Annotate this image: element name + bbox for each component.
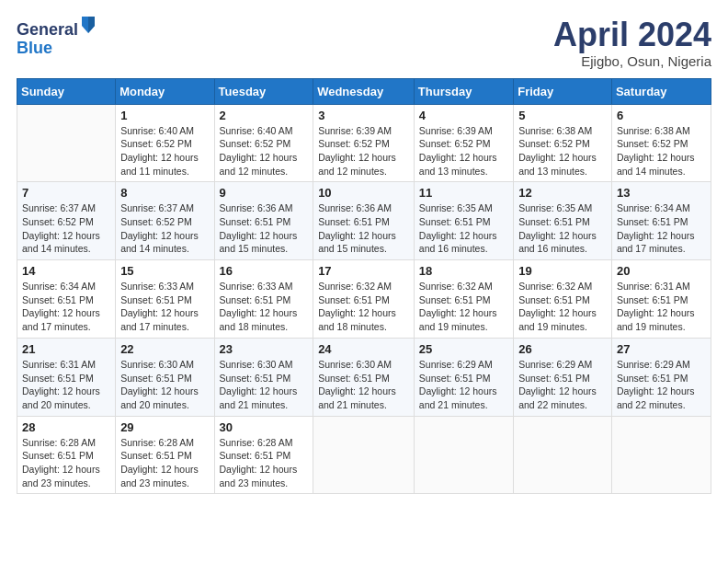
day-number: 6 [617,109,706,122]
table-row: 22Sunrise: 6:30 AMSunset: 6:51 PMDayligh… [116,338,214,416]
month-title: April 2024 [553,17,711,53]
day-info: Sunrise: 6:33 AMSunset: 6:51 PMDaylight:… [120,280,209,334]
table-row [313,416,415,494]
day-info: Sunrise: 6:36 AMSunset: 6:51 PMDaylight:… [220,201,309,256]
table-row: 8Sunrise: 6:37 AMSunset: 6:52 PMDaylight… [116,182,214,260]
day-number: 21 [22,342,110,356]
day-number: 4 [419,109,508,122]
col-saturday: Saturday [611,78,711,104]
table-row: 11Sunrise: 6:35 AMSunset: 6:51 PMDayligh… [414,182,513,260]
col-monday: Monday [116,78,214,104]
col-friday: Friday [514,78,612,104]
day-info: Sunrise: 6:32 AMSunset: 6:51 PMDaylight:… [318,280,409,334]
day-info: Sunrise: 6:32 AMSunset: 6:51 PMDaylight:… [419,280,508,334]
table-row: 17Sunrise: 6:32 AMSunset: 6:51 PMDayligh… [313,260,415,339]
day-number: 7 [22,186,110,200]
day-info: Sunrise: 6:33 AMSunset: 6:51 PMDaylight:… [220,280,309,334]
table-row: 29Sunrise: 6:28 AMSunset: 6:51 PMDayligh… [116,416,214,494]
table-row: 2Sunrise: 6:40 AMSunset: 6:52 PMDaylight… [214,104,313,182]
table-row: 14Sunrise: 6:34 AMSunset: 6:51 PMDayligh… [17,260,116,339]
day-number: 16 [220,264,309,278]
col-thursday: Thursday [414,78,513,104]
day-number: 14 [22,264,110,278]
calendar-week-row: 14Sunrise: 6:34 AMSunset: 6:51 PMDayligh… [17,260,711,339]
day-number: 13 [617,186,706,200]
table-row: 13Sunrise: 6:34 AMSunset: 6:51 PMDayligh… [611,182,711,260]
svg-marker-1 [88,17,95,33]
day-info: Sunrise: 6:28 AMSunset: 6:51 PMDaylight:… [22,436,110,490]
day-info: Sunrise: 6:37 AMSunset: 6:52 PMDaylight:… [120,201,209,256]
day-number: 19 [518,264,607,278]
day-number: 3 [318,109,409,122]
table-row: 24Sunrise: 6:30 AMSunset: 6:51 PMDayligh… [313,338,415,416]
logo-general: General [17,20,78,39]
table-row: 10Sunrise: 6:36 AMSunset: 6:51 PMDayligh… [313,182,415,260]
table-row: 5Sunrise: 6:38 AMSunset: 6:52 PMDaylight… [514,104,612,182]
table-row: 23Sunrise: 6:30 AMSunset: 6:51 PMDayligh… [214,338,313,416]
table-row [514,416,612,494]
day-number: 30 [220,420,309,434]
calendar-week-row: 1Sunrise: 6:40 AMSunset: 6:52 PMDaylight… [17,104,711,182]
logo-text: General Blue [17,17,97,58]
day-info: Sunrise: 6:31 AMSunset: 6:51 PMDaylight:… [22,358,110,412]
day-number: 29 [120,420,209,434]
day-info: Sunrise: 6:28 AMSunset: 6:51 PMDaylight:… [120,436,209,490]
calendar-week-row: 28Sunrise: 6:28 AMSunset: 6:51 PMDayligh… [17,416,711,494]
table-row: 1Sunrise: 6:40 AMSunset: 6:52 PMDaylight… [116,104,214,182]
day-info: Sunrise: 6:31 AMSunset: 6:51 PMDaylight:… [617,280,706,334]
day-info: Sunrise: 6:34 AMSunset: 6:51 PMDaylight:… [22,280,110,334]
day-number: 20 [617,264,706,278]
col-sunday: Sunday [17,78,116,104]
table-row: 4Sunrise: 6:39 AMSunset: 6:52 PMDaylight… [414,104,513,182]
day-info: Sunrise: 6:29 AMSunset: 6:51 PMDaylight:… [617,358,706,412]
day-info: Sunrise: 6:36 AMSunset: 6:51 PMDaylight:… [318,201,409,256]
day-number: 17 [318,264,409,278]
day-info: Sunrise: 6:35 AMSunset: 6:51 PMDaylight:… [419,201,508,256]
title-block: April 2024 Ejigbo, Osun, Nigeria [553,17,711,69]
day-number: 11 [419,186,508,200]
table-row: 16Sunrise: 6:33 AMSunset: 6:51 PMDayligh… [214,260,313,339]
table-row: 3Sunrise: 6:39 AMSunset: 6:52 PMDaylight… [313,104,415,182]
day-info: Sunrise: 6:32 AMSunset: 6:51 PMDaylight:… [518,280,607,334]
table-row: 7Sunrise: 6:37 AMSunset: 6:52 PMDaylight… [17,182,116,260]
col-wednesday: Wednesday [313,78,415,104]
day-number: 24 [318,342,409,356]
table-row: 15Sunrise: 6:33 AMSunset: 6:51 PMDayligh… [116,260,214,339]
day-number: 22 [120,342,209,356]
table-row: 19Sunrise: 6:32 AMSunset: 6:51 PMDayligh… [514,260,612,339]
table-row: 18Sunrise: 6:32 AMSunset: 6:51 PMDayligh… [414,260,513,339]
day-number: 26 [518,342,607,356]
day-info: Sunrise: 6:40 AMSunset: 6:52 PMDaylight:… [120,124,209,178]
day-number: 25 [419,342,508,356]
day-number: 10 [318,186,409,200]
day-info: Sunrise: 6:37 AMSunset: 6:52 PMDaylight:… [22,201,110,256]
location: Ejigbo, Osun, Nigeria [553,53,711,69]
calendar-week-row: 7Sunrise: 6:37 AMSunset: 6:52 PMDaylight… [17,182,711,260]
day-info: Sunrise: 6:35 AMSunset: 6:51 PMDaylight:… [518,201,607,256]
day-info: Sunrise: 6:30 AMSunset: 6:51 PMDaylight:… [220,358,309,412]
table-row [17,104,116,182]
table-row: 28Sunrise: 6:28 AMSunset: 6:51 PMDayligh… [17,416,116,494]
day-number: 8 [120,186,209,200]
table-row: 26Sunrise: 6:29 AMSunset: 6:51 PMDayligh… [514,338,612,416]
table-row: 25Sunrise: 6:29 AMSunset: 6:51 PMDayligh… [414,338,513,416]
day-info: Sunrise: 6:39 AMSunset: 6:52 PMDaylight:… [318,124,409,178]
day-number: 23 [220,342,309,356]
logo: General Blue [17,17,97,58]
table-row [611,416,711,494]
day-info: Sunrise: 6:28 AMSunset: 6:51 PMDaylight:… [220,436,309,490]
logo-blue: Blue [17,39,52,57]
day-number: 15 [120,264,209,278]
day-number: 9 [220,186,309,200]
day-info: Sunrise: 6:38 AMSunset: 6:52 PMDaylight:… [617,124,706,178]
day-number: 28 [22,420,110,434]
logo-icon [80,15,97,35]
day-info: Sunrise: 6:30 AMSunset: 6:51 PMDaylight:… [318,358,409,412]
table-row: 30Sunrise: 6:28 AMSunset: 6:51 PMDayligh… [214,416,313,494]
table-row [414,416,513,494]
calendar-table: Sunday Monday Tuesday Wednesday Thursday… [17,78,711,495]
day-info: Sunrise: 6:30 AMSunset: 6:51 PMDaylight:… [120,358,209,412]
day-number: 2 [220,109,309,122]
day-info: Sunrise: 6:29 AMSunset: 6:51 PMDaylight:… [419,358,508,412]
day-info: Sunrise: 6:40 AMSunset: 6:52 PMDaylight:… [220,124,309,178]
